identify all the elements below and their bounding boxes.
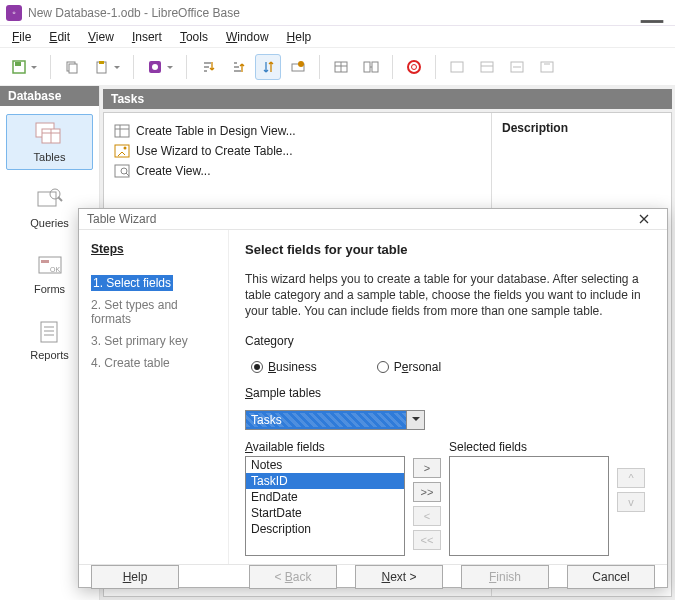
- sample-tables-label: Sample tables: [245, 386, 651, 400]
- next-button[interactable]: Next >: [355, 565, 443, 589]
- available-fields-label: Available fields: [245, 440, 405, 454]
- move-right-button[interactable]: >: [413, 458, 441, 478]
- menu-help[interactable]: Help: [279, 28, 320, 46]
- menu-label: File: [12, 30, 31, 44]
- menu-window[interactable]: Window: [218, 28, 277, 46]
- menu-insert[interactable]: Insert: [124, 28, 170, 46]
- move-down-button[interactable]: v: [617, 492, 645, 512]
- sort-asc-button[interactable]: [195, 54, 221, 80]
- back-button[interactable]: < Back: [249, 565, 337, 589]
- combo-value: Tasks: [246, 413, 406, 427]
- wizard-intro: This wizard helps you to create a table …: [245, 271, 651, 320]
- rename-button[interactable]: [534, 54, 560, 80]
- wizard-icon: [114, 143, 130, 159]
- help-button[interactable]: [401, 54, 427, 80]
- toolbar-separator: [133, 55, 134, 79]
- move-left-button[interactable]: <: [413, 506, 441, 526]
- list-item[interactable]: Description: [246, 521, 404, 537]
- wizard-step-3[interactable]: 3. Set primary key: [91, 330, 216, 352]
- sort-desc-button[interactable]: [225, 54, 251, 80]
- task-use-wizard[interactable]: Use Wizard to Create Table...: [114, 141, 481, 161]
- list-item[interactable]: StartDate: [246, 505, 404, 521]
- step-label: 1. Select fields: [91, 275, 173, 291]
- svg-line-31: [58, 197, 62, 201]
- available-fields-list[interactable]: NotesTaskIDEndDateStartDateDescription: [245, 456, 405, 556]
- tasks-header: Tasks: [103, 89, 672, 109]
- save-button[interactable]: [6, 54, 42, 80]
- menu-view[interactable]: View: [80, 28, 122, 46]
- window-titlebar: ◦ New Database-1.odb - LibreOffice Base: [0, 0, 675, 26]
- radio-personal[interactable]: Personal: [377, 360, 441, 374]
- menu-label: View: [88, 30, 114, 44]
- menu-edit[interactable]: Edit: [41, 28, 78, 46]
- edit-record-button[interactable]: [474, 54, 500, 80]
- radio-label: Business: [268, 360, 317, 374]
- radio-dot-icon: [377, 361, 389, 373]
- finish-button[interactable]: Finish: [461, 565, 549, 589]
- dialog-footer: Help < Back Next > Finish Cancel: [79, 564, 667, 589]
- radio-business[interactable]: Business: [251, 360, 317, 374]
- svg-text:OK: OK: [50, 266, 60, 273]
- svg-rect-42: [115, 145, 129, 157]
- cancel-button[interactable]: Cancel: [567, 565, 655, 589]
- svg-point-8: [152, 64, 158, 70]
- menu-label: Window: [226, 30, 269, 44]
- wizard-step-2[interactable]: 2. Set types and formats: [91, 294, 216, 330]
- menu-label: Help: [287, 30, 312, 44]
- new-record-button[interactable]: [444, 54, 470, 80]
- dialog-titlebar[interactable]: Table Wizard: [79, 209, 667, 230]
- list-item[interactable]: Notes: [246, 457, 404, 473]
- task-create-design[interactable]: Create Table in Design View...: [114, 121, 481, 141]
- svg-rect-6: [99, 61, 104, 64]
- toolbar-separator: [392, 55, 393, 79]
- wizard-step-4[interactable]: 4. Create table: [91, 352, 216, 374]
- menubar: File Edit View Insert Tools Window Help: [0, 26, 675, 48]
- selected-fields-list[interactable]: [449, 456, 609, 556]
- window-title: New Database-1.odb - LibreOffice Base: [28, 6, 635, 20]
- wizard-content: Select fields for your table This wizard…: [229, 230, 667, 564]
- svg-rect-35: [41, 322, 57, 342]
- table-wizard-dialog: Table Wizard Steps 1. Select fields 2. S…: [78, 208, 668, 588]
- toolbar: [0, 48, 675, 86]
- dialog-title: Table Wizard: [87, 212, 629, 226]
- selected-fields-label: Selected fields: [449, 440, 609, 454]
- relations-button[interactable]: [358, 54, 384, 80]
- move-all-left-button[interactable]: <<: [413, 530, 441, 550]
- move-all-right-button[interactable]: >>: [413, 482, 441, 502]
- svg-rect-15: [372, 62, 378, 72]
- queries-icon: [34, 187, 66, 213]
- list-item[interactable]: EndDate: [246, 489, 404, 505]
- task-create-view[interactable]: Create View...: [114, 161, 481, 181]
- wizard-steps-panel: Steps 1. Select fields 2. Set types and …: [79, 230, 229, 564]
- app-icon: ◦: [6, 5, 22, 21]
- delete-record-button[interactable]: [504, 54, 530, 80]
- table-view-button[interactable]: [328, 54, 354, 80]
- paste-button[interactable]: [89, 54, 125, 80]
- copy-button[interactable]: [59, 54, 85, 80]
- form-wizard-button[interactable]: [142, 54, 178, 80]
- list-item[interactable]: TaskID: [246, 473, 404, 489]
- wizard-step-1[interactable]: 1. Select fields: [91, 272, 216, 294]
- menu-tools[interactable]: Tools: [172, 28, 216, 46]
- move-up-button[interactable]: ^: [617, 468, 645, 488]
- wizard-heading: Select fields for your table: [245, 242, 651, 257]
- sidebar-item-label: Reports: [30, 349, 69, 361]
- sidebar-item-label: Tables: [34, 151, 66, 163]
- query-button[interactable]: [285, 54, 311, 80]
- design-view-icon: [114, 123, 130, 139]
- forms-icon: OK: [34, 253, 66, 279]
- sort-button[interactable]: [255, 54, 281, 80]
- minimize-button[interactable]: [635, 1, 669, 25]
- svg-point-18: [412, 64, 417, 69]
- sidebar-item-tables[interactable]: Tables: [6, 114, 93, 170]
- svg-rect-39: [115, 125, 129, 137]
- combo-dropdown-button[interactable]: [406, 411, 424, 429]
- sample-tables-combo[interactable]: Tasks: [245, 410, 425, 430]
- dialog-close-button[interactable]: [629, 209, 659, 229]
- svg-rect-33: [41, 260, 49, 263]
- database-header: Database: [0, 86, 99, 106]
- menu-file[interactable]: File: [4, 28, 39, 46]
- help-button[interactable]: Help: [91, 565, 179, 589]
- svg-rect-20: [481, 62, 493, 72]
- category-label: Category: [245, 334, 651, 348]
